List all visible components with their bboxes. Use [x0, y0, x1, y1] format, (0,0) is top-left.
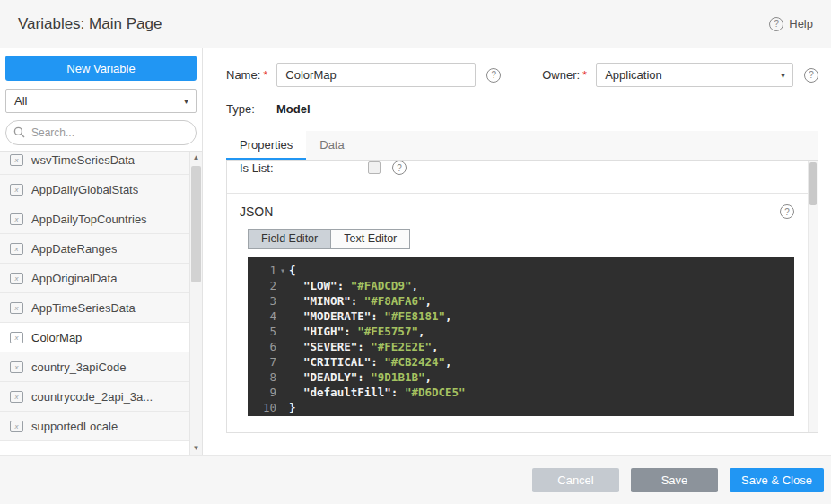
filter-value: All — [14, 94, 27, 108]
code-line: 7"CRITICAL": "#CB2424", — [248, 354, 794, 369]
variable-icon — [10, 213, 23, 225]
code-line: 9"defaultFill": "#D6DCE5" — [248, 385, 794, 400]
footer: Cancel Save Save & Close — [0, 455, 831, 504]
variable-list-items: wsvTimeSeriesData AppDailyGlobalStats Ap… — [0, 151, 202, 441]
editor-mode-toggle: Field Editor Text Editor — [248, 229, 410, 249]
tab-strip: Properties Data — [226, 131, 818, 161]
tab-properties[interactable]: Properties — [226, 131, 306, 160]
is-list-label: Is List: — [240, 161, 368, 175]
is-list-help-icon[interactable] — [392, 161, 407, 175]
text-editor-button[interactable]: Text Editor — [331, 229, 410, 249]
main-panel: Name:* Owner:* Application Type: Model P… — [203, 48, 831, 455]
variable-item[interactable]: AppOriginalData — [0, 264, 202, 293]
json-section: JSON Field Editor Text Editor 1▾{ 2"LOW"… — [227, 194, 818, 416]
code-line: 2"LOW": "#FADCD9", — [248, 278, 794, 293]
field-editor-button[interactable]: Field Editor — [248, 229, 331, 249]
is-list-section: Is List: — [227, 161, 818, 194]
code-line: 8"DEADLY": "9D1B1B", — [248, 369, 794, 385]
search-input[interactable] — [5, 120, 197, 145]
owner-help-icon[interactable] — [804, 68, 818, 83]
content-row: New Variable All wsvTimeSeriesData AppDa… — [0, 48, 831, 455]
help-label: Help — [789, 17, 813, 30]
owner-value: Application — [605, 68, 662, 82]
variable-icon — [10, 273, 23, 284]
json-help-icon[interactable] — [780, 204, 794, 219]
owner-label: Owner: — [542, 68, 580, 82]
properties-panel: Is List: JSON Field Editor Text Editor — [226, 161, 818, 433]
cancel-button[interactable]: Cancel — [532, 468, 619, 492]
variable-item[interactable]: AppDateRanges — [0, 234, 202, 264]
save-and-close-button[interactable]: Save & Close — [730, 468, 824, 492]
search-box — [5, 120, 197, 145]
code-line: 10} — [248, 400, 794, 415]
type-row: Type: Model — [226, 102, 818, 116]
panel-scrollbar[interactable] — [808, 161, 818, 432]
owner-dropdown[interactable]: Application — [596, 63, 793, 87]
variable-icon — [10, 332, 23, 343]
variable-icon — [10, 391, 23, 403]
name-label: Name: — [226, 68, 260, 82]
new-variable-button[interactable]: New Variable — [5, 56, 197, 81]
help-button[interactable]: Help — [769, 17, 813, 31]
tab-data[interactable]: Data — [306, 131, 357, 160]
variable-item[interactable]: country_3apiCode — [0, 352, 202, 382]
is-list-row: Is List: — [227, 161, 818, 183]
panel-scrollbar-thumb[interactable] — [809, 162, 817, 205]
scroll-down-icon[interactable] — [190, 442, 202, 455]
name-owner-row: Name:* Owner:* Application — [226, 63, 818, 87]
code-line: 3"MINOR": "#F8AFA6", — [248, 293, 794, 308]
search-icon — [13, 126, 25, 138]
scrollbar-thumb[interactable] — [191, 166, 201, 282]
fold-icon[interactable]: ▾ — [276, 263, 289, 278]
variable-icon — [10, 302, 23, 314]
name-input[interactable] — [276, 63, 476, 87]
code-line: 4"MODERATE": "#FE8181", — [248, 308, 794, 324]
variable-item[interactable]: supportedLocale — [0, 412, 202, 441]
json-title-row: JSON — [240, 204, 794, 219]
required-mark: * — [263, 68, 267, 82]
chevron-down-icon — [183, 98, 189, 104]
json-code-editor[interactable]: 1▾{ 2"LOW": "#FADCD9", 3"MINOR": "#F8AFA… — [248, 257, 794, 416]
variable-icon — [10, 184, 23, 196]
header: Variables: Main Page Help — [0, 0, 831, 48]
required-mark: * — [582, 68, 587, 82]
name-help-icon[interactable] — [486, 68, 501, 83]
is-list-checkbox[interactable] — [368, 161, 381, 174]
type-value: Model — [276, 102, 311, 116]
sidebar-scrollbar[interactable] — [189, 152, 202, 455]
variable-icon — [10, 421, 23, 432]
sidebar: New Variable All wsvTimeSeriesData AppDa… — [0, 48, 203, 455]
chevron-down-icon — [780, 72, 786, 78]
variable-icon — [10, 243, 23, 255]
type-label: Type: — [226, 102, 276, 116]
variable-item[interactable]: countrycode_2api_3a... — [0, 382, 202, 412]
variable-item-selected[interactable]: ColorMap — [0, 323, 202, 352]
variable-icon — [10, 361, 23, 373]
help-icon — [769, 17, 783, 31]
scroll-up-icon[interactable] — [190, 152, 202, 164]
variable-item[interactable]: wsvTimeSeriesData — [0, 151, 202, 175]
json-section-title: JSON — [240, 204, 273, 219]
variable-item[interactable]: AppDailyGlobalStats — [0, 175, 202, 204]
code-line: 5"HIGH": "#FE5757", — [248, 324, 794, 339]
variable-item[interactable]: AppTimeSeriesData — [0, 293, 202, 323]
variable-list: wsvTimeSeriesData AppDailyGlobalStats Ap… — [0, 151, 202, 455]
code-line: 1▾{ — [248, 263, 794, 278]
variables-dialog: Variables: Main Page Help New Variable A… — [0, 0, 831, 504]
filter-dropdown[interactable]: All — [5, 89, 197, 113]
variable-icon — [10, 154, 23, 166]
variable-item[interactable]: AppDailyTopCountries — [0, 204, 202, 234]
page-title: Variables: Main Page — [18, 15, 162, 33]
save-button[interactable]: Save — [631, 468, 718, 492]
code-line: 6"SEVERE": "#FE2E2E", — [248, 339, 794, 354]
